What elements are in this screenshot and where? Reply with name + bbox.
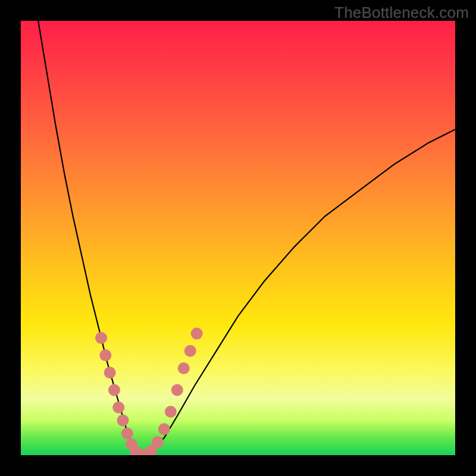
curve-marker	[117, 415, 129, 427]
curve-marker	[104, 367, 116, 378]
watermark-text: TheBottleneck.com	[334, 4, 469, 22]
curve-marker	[112, 402, 124, 414]
curve-marker	[95, 332, 107, 344]
curve-marker	[191, 328, 203, 340]
curve-marker	[121, 428, 133, 440]
curve-marker	[184, 345, 196, 357]
curve-marker	[178, 362, 190, 374]
curve-markers	[95, 328, 203, 455]
bottleneck-curve	[38, 21, 455, 455]
curve-marker	[99, 349, 111, 361]
curve-marker	[108, 384, 120, 396]
chart-frame: TheBottleneck.com	[0, 0, 476, 476]
curve-marker	[165, 406, 177, 418]
curve-marker	[171, 384, 183, 396]
curve-marker	[158, 423, 170, 435]
curve-marker	[152, 436, 164, 448]
curve-svg	[21, 21, 455, 455]
plot-area	[21, 21, 455, 455]
